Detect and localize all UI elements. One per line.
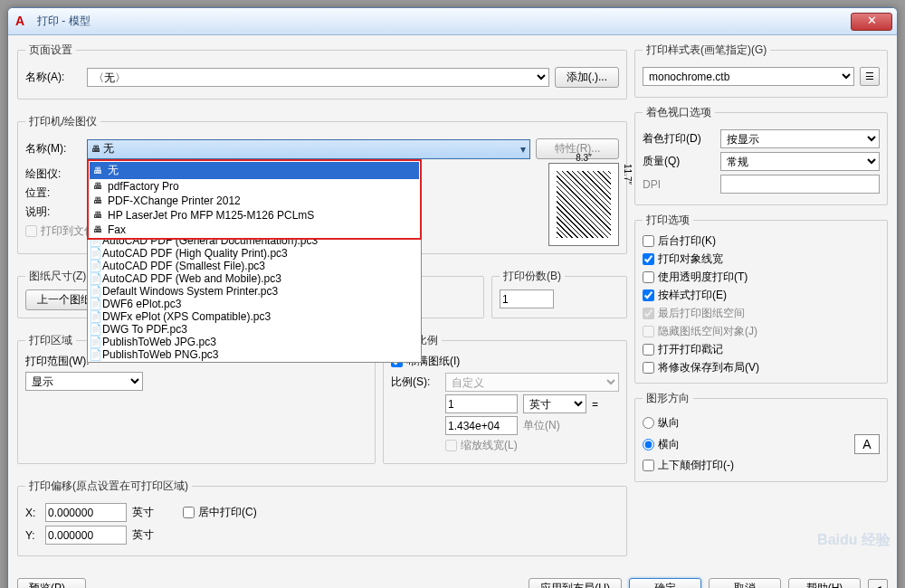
opt-lw-checkbox[interactable] — [643, 253, 654, 265]
printer-dropdown-list-extra: 📄AutoCAD PDF (General Documentation).pc3… — [87, 233, 422, 363]
printer-legend: 打印机/绘图仪 — [25, 114, 100, 129]
shade-select[interactable]: 按显示 — [720, 129, 880, 148]
scale-num-input[interactable] — [445, 394, 518, 413]
printer-option[interactable]: 📄AutoCAD PDF (Web and Mobile).pc3 — [89, 272, 420, 285]
apply-layout-button[interactable]: 应用到布局(U) — [529, 578, 622, 588]
offset-y-label: Y: — [25, 529, 40, 542]
plot-style-group: 打印样式表(画笔指定)(G) monochrome.ctb ☰ — [634, 43, 888, 98]
scale-label: 比例(S): — [391, 375, 440, 390]
plot-style-legend: 打印样式表(画笔指定)(G) — [643, 43, 770, 58]
opt-styles-checkbox[interactable] — [643, 289, 654, 301]
opt-stamp-checkbox[interactable] — [643, 344, 654, 356]
printer-option[interactable]: 🖶PDF-XChange Printer 2012 — [90, 194, 419, 208]
printer-option[interactable]: 📄Default Windows System Printer.pc3 — [89, 285, 420, 298]
opt-paperspace-checkbox — [643, 308, 654, 319]
orient-landscape-radio[interactable] — [643, 439, 654, 450]
pageset-name-label: 名称(A): — [25, 70, 81, 85]
offset-x-label: X: — [25, 507, 40, 519]
offset-x-unit: 英寸 — [132, 505, 154, 520]
printer-dropdown-list: 🖶无 🖶pdfFactory Pro 🖶PDF-XChange Printer … — [87, 159, 422, 240]
printer-option[interactable]: 🖶无 — [90, 162, 419, 179]
dpi-label: DPI — [643, 178, 715, 191]
offset-y-input[interactable] — [45, 526, 127, 545]
dpi-input — [720, 175, 880, 194]
orientation-group: 图形方向 纵向 横向 A 上下颠倒打印(-) — [634, 391, 888, 482]
offset-y-unit: 英寸 — [132, 527, 154, 543]
cancel-button[interactable]: 取消 — [709, 578, 781, 588]
plot-style-select[interactable]: monochrome.ctb — [643, 67, 854, 86]
ok-button[interactable]: 确定 — [629, 578, 701, 588]
options-legend: 打印选项 — [643, 213, 693, 228]
plotter-label: 绘图仪: — [25, 166, 81, 182]
printer-option[interactable]: 📄DWFx ePlot (XPS Compatible).pc3 — [89, 310, 420, 323]
desc-label: 说明: — [25, 204, 81, 220]
printer-option[interactable]: 🖶Fax — [90, 223, 419, 237]
scale-select[interactable]: 自定义 — [445, 373, 619, 392]
printer-option[interactable]: 📄AutoCAD PDF (Smallest File).pc3 — [89, 260, 420, 272]
printer-name-label: 名称(M): — [25, 141, 81, 156]
scale-den-unit: 单位(N) — [523, 418, 560, 433]
offset-legend: 打印偏移(原点设置在可打印区域) — [25, 479, 192, 494]
offset-x-input[interactable] — [45, 503, 127, 522]
printer-name-select[interactable]: 🖶 无 — [87, 139, 530, 159]
copies-group: 打印份数(B) — [491, 269, 627, 318]
orient-legend: 图形方向 — [643, 391, 693, 406]
printer-option[interactable]: 📄AutoCAD PDF (High Quality Print).pc3 — [89, 247, 420, 260]
window-title: 打印 - 模型 — [37, 14, 851, 29]
shaded-viewport-group: 着色视口选项 着色打印(D)按显示 质量(Q)常规 DPI — [634, 105, 888, 205]
collapse-button[interactable]: ◄ — [868, 579, 888, 589]
scale-lw-checkbox — [445, 440, 457, 451]
printer-option[interactable]: 📄PublishToWeb JPG.pc3 — [89, 336, 420, 348]
plot-to-file-checkbox — [25, 225, 37, 237]
equals-label: = — [592, 398, 598, 411]
orient-upside-checkbox[interactable] — [643, 460, 654, 471]
print-dialog: A 打印 - 模型 ✕ 页面设置 名称(A): 〈无〉 添加(.)... 打印机… — [7, 7, 898, 588]
center-plot-checkbox[interactable] — [183, 507, 195, 518]
paper-preview: 8.3″ 11.7″ — [548, 163, 619, 246]
pageset-add-button[interactable]: 添加(.)... — [555, 67, 619, 88]
shade-label: 着色打印(D) — [643, 131, 715, 147]
where-label: 位置: — [25, 185, 81, 201]
opt-hide-checkbox — [643, 326, 654, 337]
copies-input[interactable] — [500, 289, 554, 308]
orient-portrait-radio[interactable] — [643, 417, 654, 429]
offset-group: 打印偏移(原点设置在可打印区域) X: 英寸 居中打印(C) Y: 英寸 — [17, 479, 627, 556]
opt-save-checkbox[interactable] — [643, 362, 654, 374]
quality-label: 质量(Q) — [643, 154, 715, 169]
help-button[interactable]: 帮助(H) — [788, 578, 861, 588]
plot-range-select[interactable]: 显示 — [25, 372, 143, 391]
opt-transp-checkbox[interactable] — [643, 271, 654, 283]
plot-options-group: 打印选项 后台打印(K) 打印对象线宽 使用透明度打印(T) 按样式打印(E) … — [634, 213, 888, 384]
quality-select[interactable]: 常规 — [720, 152, 880, 171]
plot-style-edit-button[interactable]: ☰ — [860, 67, 880, 86]
preview-button[interactable]: 预览(P)... — [17, 578, 86, 588]
printer-group: 打印机/绘图仪 名称(M): 🖶 无 🖶无 🖶pdfFactory Pro 🖶P… — [17, 114, 627, 254]
plot-area-legend: 打印区域 — [25, 333, 76, 348]
orient-icon: A — [854, 434, 880, 454]
close-button[interactable]: ✕ — [851, 13, 892, 31]
page-setup-legend: 页面设置 — [25, 43, 76, 58]
scale-den-input[interactable] — [445, 416, 518, 435]
titlebar: A 打印 - 模型 ✕ — [8, 8, 897, 35]
printer-option[interactable]: 📄DWG To PDF.pc3 — [89, 323, 420, 336]
page-setup-group: 页面设置 名称(A): 〈无〉 添加(.)... — [17, 43, 627, 100]
shaded-legend: 着色视口选项 — [643, 105, 715, 120]
paper-size-legend: 图纸尺寸(Z) — [25, 269, 90, 284]
printer-option[interactable]: 🖶HP LaserJet Pro MFP M125-M126 PCLmS — [90, 208, 419, 223]
printer-option[interactable]: 📄DWF6 ePlot.pc3 — [89, 298, 420, 310]
printer-option[interactable]: 🖶pdfFactory Pro — [90, 179, 419, 194]
printer-option[interactable]: 📄PublishToWeb PNG.pc3 — [89, 348, 420, 361]
opt-bg-checkbox[interactable] — [643, 235, 654, 247]
scale-num-unit[interactable]: 英寸 — [523, 394, 586, 413]
app-icon: A — [15, 14, 32, 30]
copies-legend: 打印份数(B) — [500, 269, 565, 284]
pageset-name-select[interactable]: 〈无〉 — [87, 68, 549, 87]
